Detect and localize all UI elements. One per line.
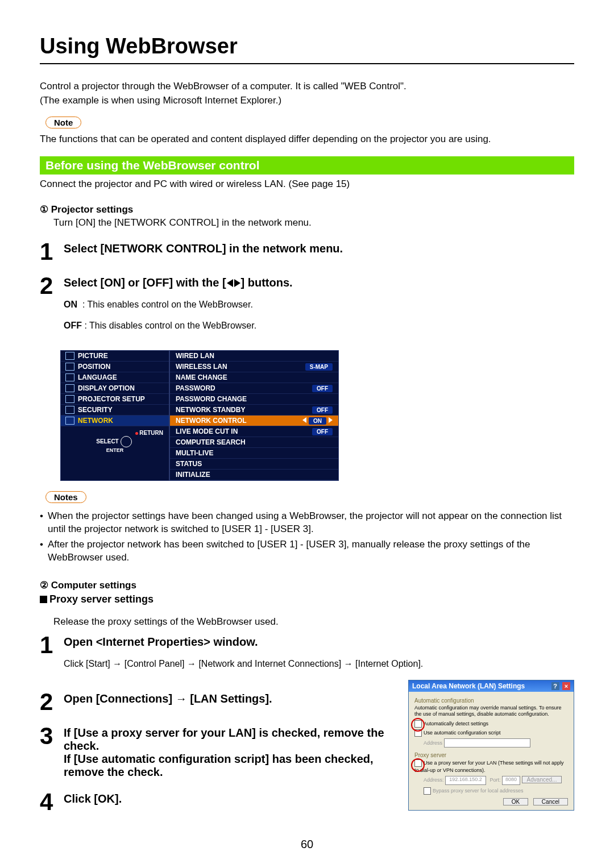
step-2: 2 Select [ON] or [OFF] with the [] butto… (40, 274, 574, 341)
submenu-row: NAME CHANGE (170, 372, 338, 383)
lan-settings-dialog: Local Area Network (LAN) Settings ? × Au… (408, 680, 574, 811)
step-number-1: 1 (40, 240, 64, 264)
title-divider (40, 63, 574, 64)
lan-dialog-title: Local Area Network (LAN) Settings (412, 682, 525, 690)
projector-menu-footer: RETURN SELECT ENTER (61, 426, 169, 458)
submenu-row: WIRELESS LANS-MAP (170, 362, 338, 372)
cancel-button[interactable]: Cancel (533, 798, 568, 805)
language-icon (65, 373, 74, 381)
notes-badge: Notes (45, 491, 86, 503)
use-proxy-label: Use a proxy server for your LAN (These s… (414, 760, 564, 773)
projector-menu-screenshot: PICTURE POSITION LANGUAGE DISPLAY OPTION… (60, 350, 339, 481)
computer-settings-heading: ② Computer settings (40, 579, 574, 591)
projector-settings-text: Turn [ON] the [NETWORK CONTROL] in the n… (53, 217, 574, 230)
step-2-on-text: : This enables control on the WebBrowser… (82, 300, 253, 309)
script-address-input[interactable] (444, 738, 530, 747)
submenu-row: MULTI-LIVE (170, 448, 338, 459)
proxy-step-1-title: Open <Internet Properties> window. (64, 636, 574, 649)
step-2-off-line: OFF : This disables control on the WebBr… (64, 319, 574, 332)
lan-dialog-titlebar: Local Area Network (LAN) Settings ? × (409, 680, 574, 692)
display-option-icon (65, 384, 74, 392)
menu-item: POSITION (61, 362, 169, 372)
menu-item: SECURITY (61, 405, 169, 416)
menu-item: PROJECTOR SETUP (61, 394, 169, 405)
use-script-label: Use automatic configuration script (424, 730, 501, 736)
ok-button[interactable]: OK (503, 798, 528, 805)
proxy-port-label: Port: (490, 777, 501, 783)
step-1: 1 Select [NETWORK CONTROL] in the networ… (40, 240, 574, 264)
proxy-step-3: 3 If [Use a proxy server for your LAN] i… (40, 724, 399, 780)
before-text: Connect the projector and PC with wired … (40, 178, 574, 191)
projector-settings-heading: ① Projector settings (40, 203, 574, 215)
step-2-title: Select [ON] or [OFF] with the [] buttons… (64, 276, 574, 289)
left-arrow-icon (302, 417, 306, 423)
proxy-address-label: Address: (424, 777, 444, 783)
projector-menu-left: PICTURE POSITION LANGUAGE DISPLAY OPTION… (60, 350, 169, 481)
proxy-step-number-3: 3 (40, 724, 64, 748)
note-badge: Note (45, 117, 81, 128)
proxy-step-number-2: 2 (40, 690, 64, 714)
bypass-checkbox[interactable] (424, 787, 431, 795)
auto-detect-label: Automatically detect settings (424, 721, 488, 726)
section-heading-before: Before using the WebBrowser control (40, 156, 574, 175)
proxy-address-input[interactable]: 192.168.150.2 (445, 776, 486, 785)
proxy-port-input[interactable]: 8080 (502, 776, 520, 785)
step-2-on-line: ON : This enables control on the WebBrow… (64, 298, 574, 311)
submenu-row: LIVE MODE CUT INOFF (170, 426, 338, 437)
step-1-title: Select [NETWORK CONTROL] in the network … (64, 242, 574, 255)
network-icon (65, 417, 74, 425)
menu-item-selected: NETWORK (61, 416, 169, 426)
menu-item: DISPLAY OPTION (61, 383, 169, 394)
proxy-step-4: 4 Click [OK]. (40, 790, 399, 814)
step-number-2: 2 (40, 274, 64, 298)
step-2-title-a: Select [ON] or [OFF] with the [ (64, 276, 226, 289)
help-icon[interactable]: ? (551, 682, 559, 690)
proxy-step-2-title: Open [Connections] → [LAN Settings]. (64, 692, 399, 705)
proxy-step-3-title: If [Use a proxy server for your LAN] is … (64, 726, 399, 779)
proxy-step-4-title: Click [OK]. (64, 792, 399, 805)
proxy-step-1-text: Click [Start] → [Control Panel] → [Netwo… (64, 658, 574, 670)
notes-list: When the projector settings have been ch… (40, 510, 574, 564)
step-2-off-label: OFF (64, 321, 82, 330)
intro-text-2: (The example is when using Microsoft Int… (40, 94, 574, 107)
projector-setup-icon (65, 395, 74, 403)
step-2-off-text: : This disables control on the WebBrowse… (84, 321, 256, 330)
square-bullet-icon (40, 596, 47, 603)
position-icon (65, 363, 74, 371)
submenu-row: INITIALIZE (170, 470, 338, 480)
proxy-step-number-4: 4 (40, 790, 64, 814)
right-arrow-icon (329, 417, 333, 423)
menu-item: LANGUAGE (61, 372, 169, 383)
close-icon[interactable]: × (562, 682, 570, 690)
projector-menu-right: WIRED LANWIRELESS LANS-MAPNAME CHANGEPAS… (169, 350, 339, 481)
menu-item: PICTURE (61, 351, 169, 362)
step-2-title-b: ] buttons. (241, 276, 293, 289)
right-arrow-icon (234, 279, 240, 287)
proxy-settings-text: Release the proxy settings of the WebBro… (53, 616, 574, 629)
auto-config-text: Automatic configuration may override man… (414, 705, 568, 718)
page-title: Using WebBrowser (40, 34, 574, 59)
advanced-button[interactable]: Advanced... (522, 776, 562, 783)
security-icon (65, 406, 74, 414)
proxy-step-number-1: 1 (40, 633, 64, 657)
proxy-settings-heading: Proxy server settings (40, 593, 574, 605)
submenu-row: NETWORK STANDBYOFF (170, 405, 338, 416)
highlight-ring-icon (411, 718, 425, 732)
submenu-row: PASSWORDOFF (170, 383, 338, 394)
left-arrow-icon (227, 279, 233, 287)
step-2-on-label: ON (64, 300, 77, 309)
bypass-label: Bypass proxy server for local addresses (433, 788, 524, 794)
address-label: Address (424, 740, 442, 745)
notes-item: After the projector network has been swi… (40, 538, 574, 564)
intro-text-1: Control a projector through the WebBrows… (40, 80, 574, 93)
highlight-ring-icon (411, 758, 425, 772)
submenu-row: PASSWORD CHANGE (170, 394, 338, 405)
notes-item: When the projector settings have been ch… (40, 510, 574, 536)
picture-icon (65, 352, 74, 360)
note-text-1: The functions that can be operated and c… (40, 133, 574, 146)
auto-config-group-title: Automatic configuration (414, 697, 568, 704)
proxy-group-title: Proxy server (414, 752, 568, 758)
page-number: 60 (40, 838, 574, 851)
submenu-row: STATUS (170, 459, 338, 470)
submenu-row: COMPUTER SEARCH (170, 437, 338, 448)
